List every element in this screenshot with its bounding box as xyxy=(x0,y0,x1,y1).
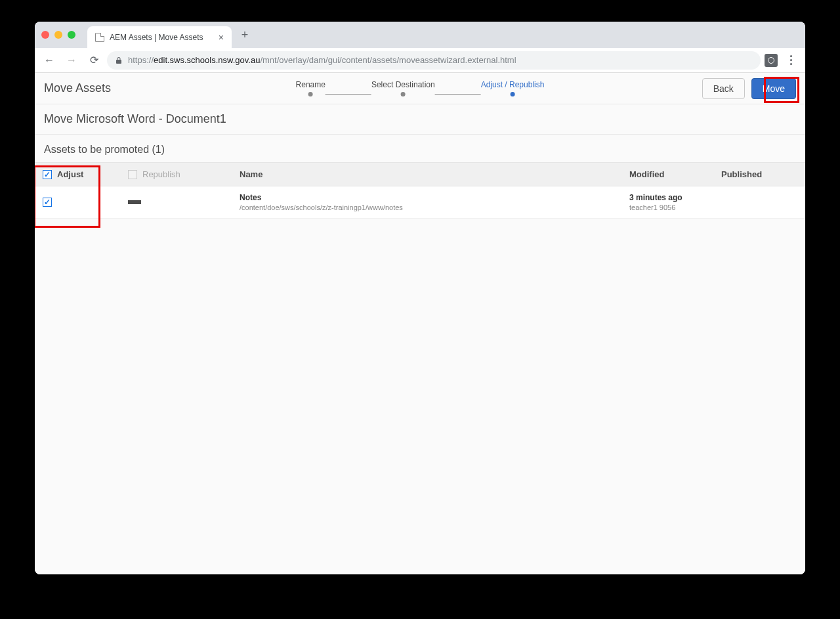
maximize-window-button[interactable] xyxy=(68,31,75,39)
browser-menu-button[interactable] xyxy=(782,51,800,70)
asset-name: Notes xyxy=(240,193,614,202)
column-adjust: Adjust xyxy=(35,163,120,186)
table-row[interactable]: Notes /content/doe/sws/schools/z/z-train… xyxy=(35,186,805,219)
column-published: Published xyxy=(713,163,805,186)
move-button[interactable]: Move xyxy=(751,78,796,99)
adjust-checkbox[interactable] xyxy=(43,198,52,207)
new-tab-button[interactable]: + xyxy=(236,26,254,44)
republish-all-checkbox[interactable] xyxy=(128,170,137,179)
wizard-actions: Back Move xyxy=(702,78,796,99)
modified-user: teacher1 9056 xyxy=(629,203,705,211)
wizard-subheader: Move Microsoft Word - Document1 xyxy=(35,104,805,135)
page-icon xyxy=(95,33,104,42)
back-button[interactable]: ← xyxy=(40,51,58,70)
published-cell xyxy=(713,186,805,219)
browser-tab[interactable]: AEM Assets | Move Assets × xyxy=(87,26,232,48)
column-modified: Modified xyxy=(621,163,713,186)
modified-time: 3 minutes ago xyxy=(629,193,705,202)
minimize-window-button[interactable] xyxy=(54,31,62,39)
asset-path: /content/doe/sws/schools/z/z-trainingp1/… xyxy=(240,203,614,211)
column-republish: Republish xyxy=(120,163,232,186)
asset-thumbnail xyxy=(128,200,141,204)
app-content: Move Assets Rename Select Destination Ad… xyxy=(35,73,805,574)
browser-window: AEM Assets | Move Assets × + ← → ⟳ https… xyxy=(35,22,805,574)
browser-toolbar: ← → ⟳ https://edit.sws.schools.nsw.gov.a… xyxy=(35,48,805,73)
window-controls xyxy=(41,31,75,39)
page-title: Move Assets xyxy=(44,81,111,95)
adjust-all-checkbox[interactable] xyxy=(43,170,52,179)
browser-tabstrip: AEM Assets | Move Assets × + xyxy=(35,22,805,48)
close-window-button[interactable] xyxy=(41,31,49,39)
wizard-steps: Rename Select Destination Adjust / Repub… xyxy=(296,80,545,96)
close-tab-button[interactable]: × xyxy=(219,32,224,43)
back-button[interactable]: Back xyxy=(702,78,745,99)
lock-icon xyxy=(115,56,123,64)
step-adjust-republish[interactable]: Adjust / Republish xyxy=(481,80,545,96)
section-title: Assets to be promoted (1) xyxy=(35,135,805,162)
column-name: Name xyxy=(232,163,621,186)
url-text: https://edit.sws.schools.nsw.gov.au/mnt/… xyxy=(128,55,516,65)
address-bar[interactable]: https://edit.sws.schools.nsw.gov.au/mnt/… xyxy=(107,51,761,70)
tab-title: AEM Assets | Move Assets xyxy=(110,33,203,42)
step-select-destination[interactable]: Select Destination xyxy=(371,80,435,96)
step-rename[interactable]: Rename xyxy=(296,80,326,96)
forward-button[interactable]: → xyxy=(62,51,81,70)
reload-button[interactable]: ⟳ xyxy=(85,51,103,70)
profile-icon[interactable] xyxy=(765,54,778,67)
assets-table: Adjust Republish Name Modified Published xyxy=(35,162,805,219)
wizard-topbar: Move Assets Rename Select Destination Ad… xyxy=(35,73,805,104)
